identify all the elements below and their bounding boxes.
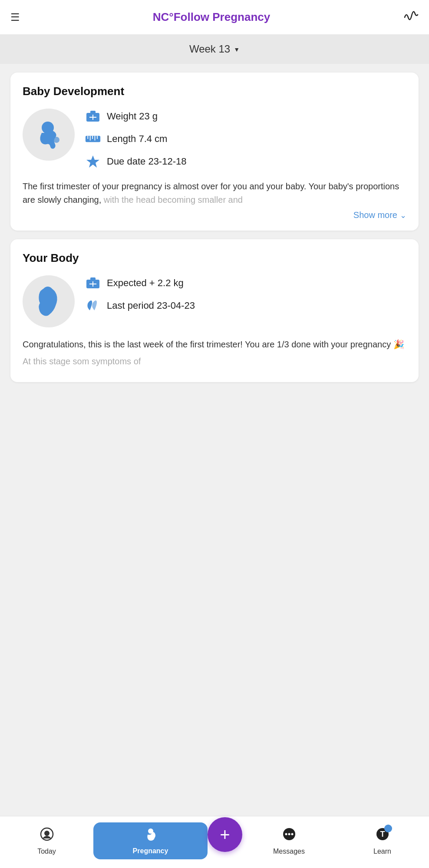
- nav-today[interactable]: Today: [0, 826, 93, 855]
- title-nc: NC°: [153, 10, 174, 23]
- body-description: Congratulations, this is the last week o…: [23, 338, 406, 351]
- body-description-faded: At this stage som symptoms of: [23, 355, 406, 368]
- fab-plus-icon: +: [220, 826, 230, 843]
- your-body-card: Your Body: [10, 239, 419, 382]
- messages-icon: [281, 826, 297, 845]
- svg-point-22: [285, 833, 287, 835]
- pregnancy-label: Pregnancy: [133, 847, 168, 855]
- scale-icon: [85, 275, 101, 291]
- expected-weight-stat: Expected + 2.2 kg: [85, 275, 406, 291]
- learn-icon-wrap: T: [375, 826, 390, 845]
- nav-learn[interactable]: T Learn: [336, 826, 429, 855]
- main-content: Baby Development: [0, 64, 429, 452]
- length-stat: Length 7.4 cm: [85, 131, 406, 147]
- baby-info-row: Weight 23 g Length 7.4 c: [23, 109, 406, 169]
- length-label: Length 7.4 cm: [107, 133, 167, 145]
- due-date-label: Due date 23-12-18: [107, 156, 186, 167]
- svg-point-23: [288, 833, 290, 835]
- messages-label: Messages: [273, 848, 305, 855]
- body-faded-text: At this stage som: [23, 356, 89, 366]
- expected-weight-label: Expected + 2.2 kg: [107, 277, 184, 289]
- last-period-label: Last period 23-04-23: [107, 300, 195, 311]
- baby-description-faded: with the head becoming smaller and: [104, 195, 243, 205]
- body-description-visible: Congratulations, this is the last week o…: [23, 340, 404, 349]
- baby-stats: Weight 23 g Length 7.4 c: [85, 109, 406, 169]
- baby-description: The first trimester of your pregnancy is…: [23, 180, 406, 207]
- body-info-row: Expected + 2.2 kg Last period 23-04-23: [23, 275, 406, 327]
- baby-development-card: Baby Development: [10, 73, 419, 231]
- show-more-chevron-icon: ⌄: [400, 211, 406, 220]
- weight-label: Weight 23 g: [107, 111, 158, 122]
- nav-messages[interactable]: Messages: [242, 826, 336, 855]
- ruler-icon: [85, 131, 101, 147]
- body-avatar: [23, 275, 75, 327]
- app-header: ☰ NC°Follow Pregnancy: [0, 0, 429, 34]
- nav-pregnancy[interactable]: Pregnancy: [93, 822, 208, 859]
- svg-point-24: [291, 833, 293, 835]
- svg-rect-15: [90, 277, 96, 281]
- bottom-spacer: [10, 391, 419, 443]
- last-period-stat: Last period 23-04-23: [85, 298, 406, 314]
- week-selector-bar: Week 13 ▼: [0, 34, 429, 64]
- drop-icon: [85, 298, 101, 314]
- due-date-stat: Due date 23-12-18: [85, 154, 406, 169]
- svg-rect-3: [90, 111, 96, 114]
- learn-notification-badge: [384, 825, 392, 832]
- show-more-label: Show more: [353, 210, 397, 220]
- learn-label: Learn: [373, 848, 391, 855]
- today-icon: [39, 826, 55, 845]
- hamburger-menu-icon[interactable]: ☰: [10, 12, 20, 23]
- today-label: Today: [37, 848, 56, 855]
- fab-add-button[interactable]: +: [208, 817, 242, 852]
- baby-avatar: [23, 109, 75, 161]
- body-faded-text2: symptoms of: [92, 356, 141, 366]
- weight-icon: [85, 109, 101, 124]
- title-rest: Follow Pregnancy: [174, 10, 271, 23]
- learn-icon-container: T: [375, 826, 390, 842]
- week-selector[interactable]: Week 13 ▼: [189, 43, 240, 55]
- svg-point-1: [53, 137, 59, 143]
- app-title: NC°Follow Pregnancy: [20, 10, 403, 24]
- svg-point-19: [44, 831, 50, 836]
- svg-text:T: T: [380, 830, 385, 838]
- baby-show-more-button[interactable]: Show more ⌄: [23, 210, 406, 220]
- svg-point-13: [43, 287, 53, 297]
- baby-card-title: Baby Development: [23, 85, 406, 98]
- week-selector-label: Week 13: [189, 43, 230, 55]
- body-card-title: Your Body: [23, 251, 406, 265]
- pregnancy-icon: [143, 827, 158, 845]
- weight-stat: Weight 23 g: [85, 109, 406, 124]
- star-icon: [85, 154, 101, 169]
- body-stats: Expected + 2.2 kg Last period 23-04-23: [85, 275, 406, 314]
- week-selector-arrow-icon: ▼: [234, 46, 240, 53]
- svg-marker-12: [86, 155, 99, 168]
- bottom-nav: Today Pregnancy + Messages: [0, 816, 429, 868]
- activity-icon[interactable]: [403, 8, 419, 26]
